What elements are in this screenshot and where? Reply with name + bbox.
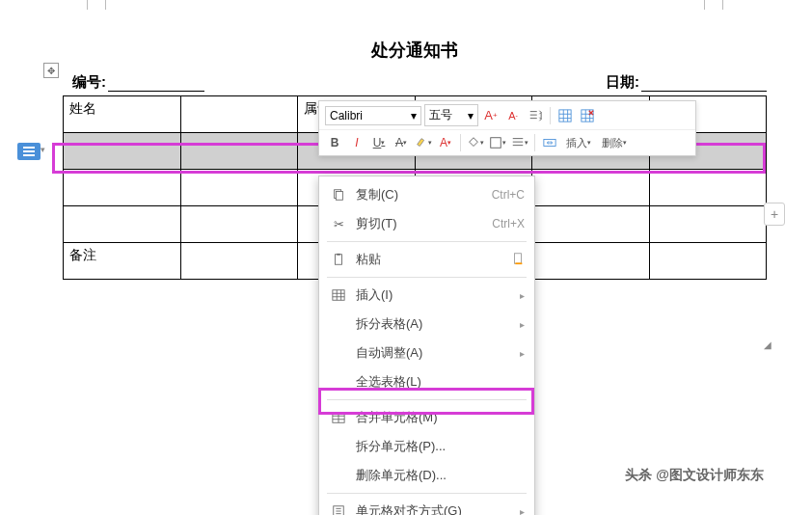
chevron-down-icon: ▾ (468, 109, 474, 122)
context-menu: 复制(C) Ctrl+C ✂ 剪切(T) Ctrl+X 粘贴 插入(I) ▸ 拆… (318, 176, 535, 515)
insert-menu-button[interactable]: 插入▾ (562, 133, 595, 152)
ctx-cut[interactable]: ✂ 剪切(T) Ctrl+X (319, 209, 534, 238)
watermark-text: 头杀 @图文设计师东东 (625, 467, 764, 484)
bold-button[interactable]: B (325, 133, 344, 152)
cell-name[interactable]: 姓名 (64, 96, 181, 133)
delete-table-button[interactable] (578, 106, 597, 125)
align-icon (329, 503, 348, 515)
scissors-icon: ✂ (329, 216, 348, 231)
cell-remark[interactable]: 备注 (64, 243, 181, 280)
ctx-merge-cells[interactable]: 合并单元格(M) (319, 403, 534, 432)
paragraph-side-icon[interactable] (17, 143, 41, 160)
chevron-right-icon: ▸ (520, 290, 525, 301)
cell[interactable] (180, 96, 298, 133)
chevron-right-icon: ▸ (520, 348, 525, 359)
increase-font-button[interactable]: A+ (481, 106, 501, 125)
font-size-select[interactable]: 五号▾ (424, 104, 478, 126)
mini-toolbar: Calibri▾ 五号▾ A+ A- B I U▾ A▾ ▾ A▾ ▾ ▾ ▾ … (318, 100, 696, 156)
ctx-split-cell[interactable]: 拆分单元格(P)... (319, 432, 534, 461)
font-color-button[interactable]: A▾ (436, 133, 455, 152)
date-label: 日期: (606, 73, 639, 92)
number-label: 编号: (72, 73, 106, 92)
ctx-insert[interactable]: 插入(I) ▸ (319, 281, 534, 310)
underline-button[interactable]: U▾ (369, 133, 389, 152)
strikethrough-button[interactable]: A▾ (392, 133, 411, 152)
table-icon (329, 287, 348, 303)
italic-button[interactable]: I (347, 133, 366, 152)
number-field-line[interactable] (108, 73, 204, 92)
date-field-line[interactable] (641, 73, 767, 92)
delete-menu-button[interactable]: 删除▾ (598, 133, 631, 152)
paste-options-icon (511, 252, 525, 268)
copy-icon (329, 187, 348, 203)
svg-rect-6 (336, 255, 342, 265)
chevron-right-icon: ▸ (520, 506, 525, 516)
font-size-value: 五号 (429, 107, 452, 123)
svg-rect-8 (515, 253, 522, 263)
ctx-select-all[interactable]: 全选表格(L) (319, 367, 534, 396)
svg-rect-0 (559, 109, 571, 121)
decrease-font-button[interactable]: A- (503, 106, 523, 125)
font-name-select[interactable]: Calibri▾ (325, 106, 421, 125)
merge-icon (329, 410, 348, 425)
insert-table-button[interactable] (555, 106, 575, 125)
align-button[interactable]: ▾ (510, 133, 529, 152)
font-name-value: Calibri (330, 109, 363, 122)
table-move-handle[interactable]: ✥ (43, 63, 59, 78)
svg-rect-7 (337, 254, 340, 256)
ctx-copy[interactable]: 复制(C) Ctrl+C (319, 180, 534, 209)
ctx-paste[interactable]: 粘贴 (319, 245, 534, 274)
shading-button[interactable]: ▾ (466, 133, 485, 152)
clipboard-icon (329, 252, 348, 267)
svg-rect-2 (491, 138, 501, 149)
highlight-button[interactable]: ▾ (414, 133, 433, 152)
chevron-down-icon: ▾ (411, 109, 417, 122)
border-button[interactable]: ▾ (488, 133, 507, 152)
svg-rect-9 (333, 290, 344, 301)
ctx-auto-adjust[interactable]: 自动调整(A) ▸ (319, 339, 534, 367)
table-resize-handle[interactable]: ◢ (764, 339, 771, 350)
ctx-cell-align[interactable]: 单元格对齐方式(G) ▸ (319, 497, 534, 515)
merge-cell-button[interactable] (540, 133, 559, 152)
header-line: 编号: 日期: (63, 73, 767, 92)
ctx-split-table[interactable]: 拆分表格(A) ▸ (319, 310, 534, 339)
doc-title: 处分通知书 (63, 39, 767, 62)
ctx-delete-cell[interactable]: 删除单元格(D)... (319, 461, 534, 490)
add-column-button[interactable]: + (764, 203, 785, 226)
side-dropdown-icon[interactable]: ▾ (41, 145, 45, 154)
chevron-right-icon: ▸ (520, 319, 525, 330)
line-spacing-button[interactable] (526, 106, 545, 125)
svg-rect-5 (336, 192, 342, 201)
